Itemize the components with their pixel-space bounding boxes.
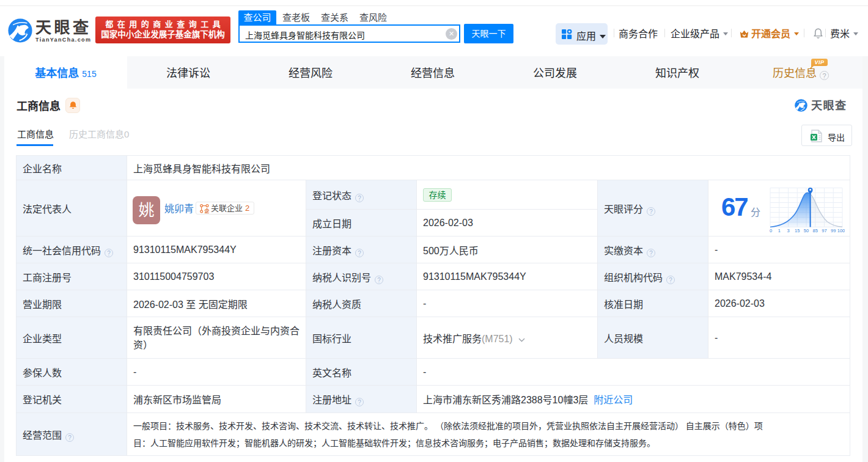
- svg-text:50: 50: [804, 228, 809, 233]
- svg-text:0: 0: [770, 228, 772, 233]
- svg-text:15: 15: [795, 228, 800, 233]
- svg-text:企: 企: [204, 208, 209, 213]
- svg-text:85: 85: [813, 228, 818, 233]
- svg-text:99: 99: [831, 228, 836, 233]
- svg-text:3: 3: [787, 228, 789, 233]
- svg-text:1: 1: [778, 228, 781, 233]
- svg-text:100: 100: [837, 228, 845, 233]
- svg-text:97: 97: [822, 228, 826, 233]
